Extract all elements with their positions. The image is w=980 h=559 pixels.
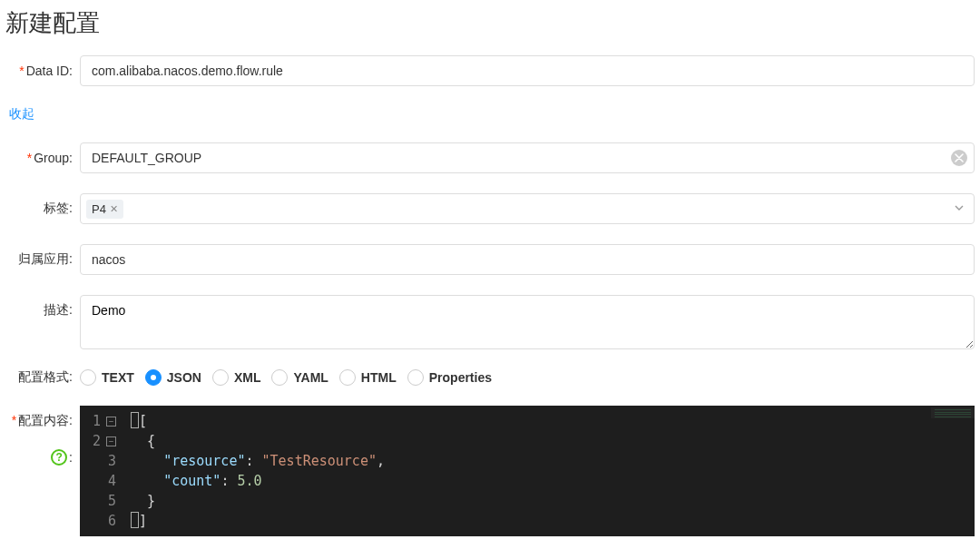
clear-icon[interactable]: [951, 150, 967, 166]
radio-icon: [407, 369, 424, 386]
fold-icon[interactable]: −: [106, 417, 116, 427]
app-input[interactable]: [80, 244, 975, 275]
format-radio-xml[interactable]: XML: [212, 369, 261, 386]
label-app: 归属应用:: [5, 251, 80, 268]
code-editor[interactable]: 1− 2− 3 4 5 6 [ { "resource": "TestResou…: [80, 406, 975, 536]
help-icon[interactable]: ?: [51, 449, 67, 466]
radio-label: Properties: [429, 370, 492, 385]
label-data-id: *Data ID:: [5, 64, 80, 78]
group-input[interactable]: [80, 142, 975, 173]
radio-icon: [339, 369, 356, 386]
editor-body[interactable]: [ { "resource": "TestResource", "count":…: [123, 406, 975, 536]
close-icon[interactable]: ✕: [110, 203, 118, 215]
label-group: *Group:: [5, 151, 80, 165]
tags-select[interactable]: P4 ✕: [80, 193, 975, 224]
radio-icon: [271, 369, 288, 386]
editor-cursor: [131, 412, 139, 428]
label-content: *配置内容:: [5, 406, 80, 429]
editor-gutter: 1− 2− 3 4 5 6: [80, 406, 123, 536]
radio-icon: [145, 369, 162, 386]
format-radio-text[interactable]: TEXT: [80, 369, 134, 386]
format-radio-yaml[interactable]: YAML: [271, 369, 328, 386]
page-title: 新建配置: [5, 7, 975, 39]
label-tags: 标签:: [5, 201, 80, 217]
help-colon: :: [69, 450, 73, 465]
radio-label: JSON: [167, 370, 201, 385]
format-radio-group: TEXTJSONXMLYAMLHTMLProperties: [80, 369, 975, 386]
format-radio-properties[interactable]: Properties: [407, 369, 492, 386]
radio-label: YAML: [293, 370, 328, 385]
radio-icon: [212, 369, 229, 386]
label-format: 配置格式:: [5, 369, 80, 386]
radio-label: HTML: [361, 370, 397, 385]
format-radio-json[interactable]: JSON: [145, 369, 201, 386]
radio-label: TEXT: [102, 370, 134, 385]
format-radio-html[interactable]: HTML: [339, 369, 397, 386]
data-id-input[interactable]: [80, 55, 975, 86]
editor-cursor: [131, 512, 139, 528]
minimap: [931, 407, 975, 418]
radio-icon: [80, 369, 96, 386]
fold-icon[interactable]: −: [106, 436, 116, 446]
desc-textarea[interactable]: Demo: [80, 295, 975, 349]
label-desc: 描述:: [5, 295, 80, 319]
tag-chip: P4 ✕: [86, 200, 123, 219]
radio-label: XML: [234, 370, 261, 385]
chevron-down-icon[interactable]: [954, 201, 965, 216]
collapse-toggle[interactable]: 收起: [9, 106, 34, 123]
tag-chip-label: P4: [92, 202, 106, 216]
